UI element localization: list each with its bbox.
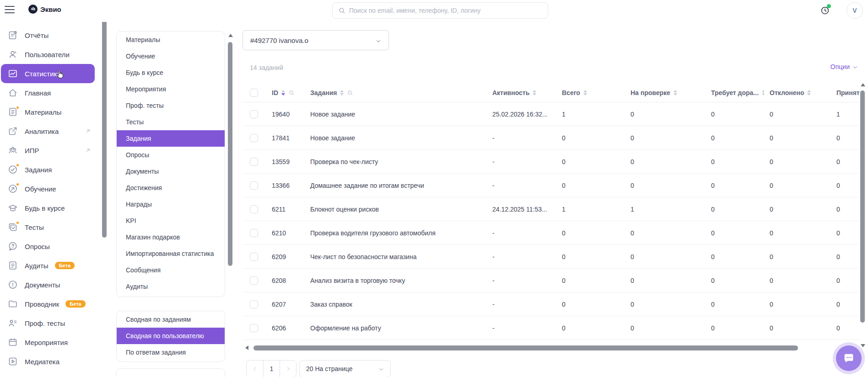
table-row[interactable]: 6207 Заказ справок - 0 0 0 0 0 xyxy=(243,292,860,316)
avatar[interactable]: V xyxy=(846,2,863,19)
scrollbar-thumb[interactable] xyxy=(860,90,865,323)
sidebar-item[interactable]: Будь в курсе xyxy=(0,198,97,218)
table-vertical-scrollbar[interactable] xyxy=(860,83,866,347)
cell-task-name[interactable]: Новое задание xyxy=(305,134,487,142)
column-search-icon[interactable] xyxy=(347,90,353,96)
scroll-up-icon[interactable] xyxy=(861,83,865,86)
panel-item[interactable]: Материалы xyxy=(117,32,225,48)
table-row[interactable]: 6208 Анализ визита в торговую точку - 0 … xyxy=(243,269,860,292)
current-page[interactable]: 1 xyxy=(263,361,280,377)
row-checkbox[interactable] xyxy=(250,253,258,261)
cell-task-name[interactable]: Проверка по чек-листу xyxy=(305,158,487,165)
panel-item[interactable]: Награды xyxy=(117,196,225,212)
panel-item[interactable]: По ответам задания xyxy=(117,344,225,361)
row-checkbox[interactable] xyxy=(250,205,258,213)
sidebar-scrollbar[interactable] xyxy=(102,0,108,356)
prev-page-button[interactable] xyxy=(247,361,263,377)
sidebar-item[interactable]: Главная xyxy=(0,83,97,102)
search-input[interactable] xyxy=(349,7,542,14)
column-header[interactable]: ID xyxy=(266,89,305,96)
row-checkbox[interactable] xyxy=(250,324,258,332)
cell-task-name[interactable]: Оформление на работу xyxy=(305,324,487,332)
column-header[interactable]: Отклонено xyxy=(764,89,831,96)
panel-item[interactable]: Магазин подарков xyxy=(117,229,225,245)
page-size-select[interactable]: 20 На странице xyxy=(299,360,391,377)
panel-item[interactable]: Сводная по пользователю xyxy=(117,328,225,344)
column-header[interactable]: Активность xyxy=(487,89,556,96)
row-checkbox[interactable] xyxy=(250,110,258,118)
table-row[interactable]: 6206 Оформление на работу - 0 0 0 0 0 xyxy=(243,316,860,340)
panel-item[interactable]: Мероприятия xyxy=(117,81,225,97)
sort-icon[interactable] xyxy=(533,90,536,96)
sidebar-item[interactable]: Материалы xyxy=(0,102,97,122)
panel-item[interactable]: Задания xyxy=(117,130,225,147)
sidebar-item[interactable]: Документы xyxy=(0,275,97,294)
options-button[interactable]: Опции xyxy=(830,63,858,70)
select-all-checkbox[interactable] xyxy=(250,89,258,97)
table-row[interactable]: 6211 Блокнот оценки рисков 24.12.2025 11… xyxy=(243,197,860,221)
row-checkbox[interactable] xyxy=(250,229,258,237)
cell-task-name[interactable]: Проверка водителя грузового автомобиля xyxy=(305,229,487,237)
panel-item[interactable]: KPI xyxy=(117,212,225,229)
sort-icon[interactable] xyxy=(281,90,285,96)
cell-task-name[interactable]: Заказ справок xyxy=(305,301,487,308)
column-search-icon[interactable] xyxy=(288,90,295,96)
table-horizontal-scrollbar[interactable] xyxy=(245,345,860,351)
cell-task-name[interactable]: Новое задание xyxy=(305,111,487,118)
hamburger-menu-icon[interactable] xyxy=(5,6,15,13)
next-page-button[interactable] xyxy=(280,361,296,377)
sidebar-item[interactable]: Статистика xyxy=(1,64,95,83)
panel-item[interactable]: Будь в курсе xyxy=(117,64,225,81)
sidebar-item[interactable]: Опросы xyxy=(0,237,97,256)
column-header[interactable]: На проверке xyxy=(625,89,706,96)
column-header[interactable]: Задания xyxy=(305,89,487,96)
cell-task-name[interactable]: Домашнее задание по итогам встречи xyxy=(305,182,487,189)
panel-item[interactable]: Проф. тесты xyxy=(117,97,225,114)
panel-item[interactable]: Документы xyxy=(117,163,225,180)
panel-item[interactable]: Аудиты xyxy=(117,278,225,295)
panel-scrollbar[interactable] xyxy=(227,34,234,290)
panel-item[interactable]: Сообщения xyxy=(117,262,225,278)
column-header[interactable]: Требует дора... xyxy=(706,89,764,96)
cell-task-name[interactable]: Блокнот оценки рисков xyxy=(305,206,487,213)
sidebar-item[interactable]: ИПР xyxy=(0,141,97,160)
panel-item[interactable]: Обучение xyxy=(117,48,225,64)
cell-task-name[interactable]: Чек-лист по безопасности магазина xyxy=(305,253,487,260)
sidebar-item[interactable]: Обучение xyxy=(0,179,97,198)
scrollbar-thumb[interactable] xyxy=(228,42,232,266)
logo[interactable]: Эквио xyxy=(28,5,61,14)
user-filter-select[interactable]: #492770 ivanova.o xyxy=(243,30,389,50)
column-header[interactable]: Всего xyxy=(556,89,625,96)
chat-button[interactable] xyxy=(836,345,862,371)
sidebar-item[interactable]: Медиатека xyxy=(0,352,97,371)
scrollbar-thumb[interactable] xyxy=(253,345,798,350)
row-checkbox[interactable] xyxy=(250,276,258,285)
table-row[interactable]: 6209 Чек-лист по безопасности магазина -… xyxy=(243,245,860,269)
panel-item[interactable]: Тесты xyxy=(117,114,225,130)
history-clock-icon[interactable] xyxy=(817,2,833,19)
table-row[interactable]: 13559 Проверка по чек-листу - 0 0 0 0 0 xyxy=(243,150,860,174)
row-checkbox[interactable] xyxy=(250,134,258,142)
sort-icon[interactable] xyxy=(340,90,344,96)
sidebar-item[interactable]: Пользователи xyxy=(0,45,97,64)
sidebar-item[interactable]: Аудиты Бета xyxy=(0,256,97,275)
scroll-left-icon[interactable] xyxy=(245,345,248,350)
sidebar-item[interactable]: Отчёты xyxy=(0,26,97,45)
table-row[interactable]: 13366 Домашнее задание по итогам встречи… xyxy=(243,174,860,197)
sidebar-item[interactable]: Тесты xyxy=(0,218,97,237)
row-checkbox[interactable] xyxy=(250,300,258,308)
sidebar-item[interactable]: Аналитика xyxy=(0,122,97,141)
scrollbar-thumb[interactable] xyxy=(102,9,107,238)
sort-icon[interactable] xyxy=(583,90,587,96)
panel-item[interactable]: Опросы xyxy=(117,147,225,163)
cell-task-name[interactable]: Анализ визита в торговую точку xyxy=(305,277,487,284)
table-row[interactable]: 17841 Новое задание - 0 0 0 0 0 xyxy=(243,126,860,150)
sort-icon[interactable] xyxy=(674,90,677,96)
scroll-up-icon[interactable] xyxy=(228,34,233,37)
global-search[interactable] xyxy=(332,2,548,19)
panel-item[interactable]: Сводная по заданиям xyxy=(117,311,225,328)
row-checkbox[interactable] xyxy=(250,158,258,166)
sidebar-item[interactable]: Задания xyxy=(0,160,97,179)
panel-item[interactable]: Достижения xyxy=(117,180,225,196)
sort-icon[interactable] xyxy=(807,90,811,96)
